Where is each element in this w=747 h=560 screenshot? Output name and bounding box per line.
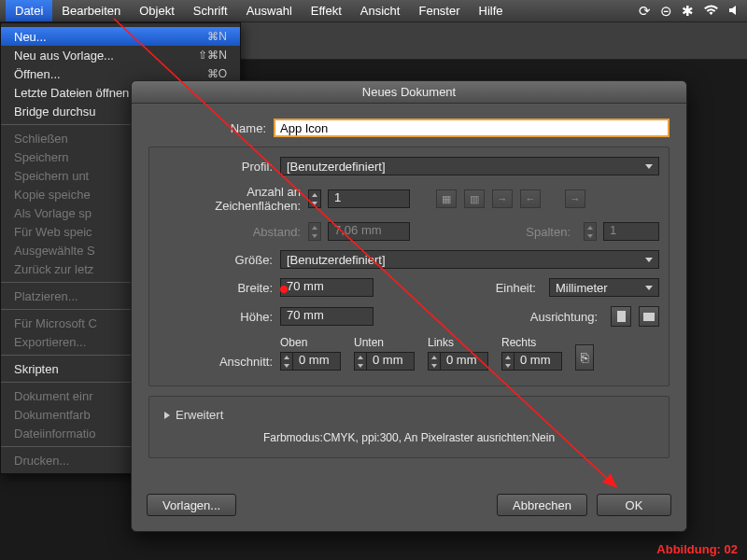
templates-button[interactable]: Vorlagen... xyxy=(147,494,236,516)
row-right-icon: → xyxy=(492,189,513,208)
bleed-left-input[interactable]: 0 mm xyxy=(440,352,488,371)
unit-dropdown[interactable]: Millimeter xyxy=(549,278,659,297)
menu-datei[interactable]: Datei xyxy=(6,0,52,21)
dialog-title: Neues Dokument xyxy=(132,81,686,104)
grid-layout-icon: ▥ xyxy=(464,189,485,208)
menu-item-neu-vorlage[interactable]: Neu aus Vorlage... ⇧⌘N xyxy=(1,46,240,64)
menu-bearbeiten[interactable]: Bearbeiten xyxy=(52,0,130,21)
bleed-top-spinner[interactable] xyxy=(280,352,293,371)
columns-spinner xyxy=(584,222,597,241)
profile-label: Profil: xyxy=(159,160,280,174)
bleed-right-header: Rechts xyxy=(501,336,562,349)
menu-item-shortcut: ⌘N xyxy=(207,30,227,43)
width-label: Breite: xyxy=(159,281,280,295)
link-bleed-icon[interactable]: ⎘ xyxy=(575,344,594,371)
menu-item-neu[interactable]: Neu... ⌘N xyxy=(1,27,240,46)
menubar: Datei Bearbeiten Objekt Schrift Auswahl … xyxy=(0,0,747,22)
menu-hilfe[interactable]: Hilfe xyxy=(470,0,513,21)
grid-layout-icon: ▦ xyxy=(436,189,457,208)
bleed-top-input[interactable]: 0 mm xyxy=(292,352,341,371)
artboards-input[interactable]: 1 xyxy=(328,189,410,208)
cancel-button[interactable]: Abbrechen xyxy=(497,494,587,516)
bluetooth-icon: ✱ xyxy=(682,4,694,18)
menu-objekt[interactable]: Objekt xyxy=(130,0,184,21)
bleed-left-spinner[interactable] xyxy=(428,352,441,371)
ok-button[interactable]: OK xyxy=(597,494,671,516)
unit-label: Einheit: xyxy=(496,281,542,295)
mode-summary: Farbmodus:CMYK, ppi:300, An Pixelraster … xyxy=(159,422,659,450)
advanced-disclosure[interactable]: Erweitert xyxy=(159,404,659,422)
bleed-label: Anschnitt: xyxy=(159,355,280,371)
volume-icon xyxy=(728,4,741,18)
new-document-dialog: Neues Dokument Name: Profil: [Benutzerde… xyxy=(131,80,687,532)
bleed-bottom-header: Unten xyxy=(354,336,415,349)
bleed-right-spinner[interactable] xyxy=(501,352,514,371)
caret-down-icon xyxy=(645,164,653,169)
profile-dropdown[interactable]: [Benutzerdefiniert] xyxy=(280,157,659,175)
height-label: Höhe: xyxy=(159,310,280,324)
menu-ansicht[interactable]: Ansicht xyxy=(351,0,410,21)
caret-down-icon xyxy=(645,258,653,262)
artboards-spinner[interactable] xyxy=(308,189,321,208)
bleed-right-input[interactable]: 0 mm xyxy=(514,352,562,371)
arrow-icon: → xyxy=(565,189,585,208)
columns-input: 1 xyxy=(603,222,659,241)
orientation-landscape[interactable] xyxy=(639,306,659,327)
row-left-icon: ← xyxy=(520,189,541,208)
columns-label: Spalten: xyxy=(526,225,576,239)
spacing-input: 7,06 mm xyxy=(328,222,410,241)
wifi-icon xyxy=(703,4,719,18)
size-dropdown[interactable]: [Benutzerdefiniert] xyxy=(280,250,659,269)
artboards-label: Anzahl an Zeichenflächen: xyxy=(159,185,308,213)
name-label: Name: xyxy=(148,121,274,135)
spacing-spinner xyxy=(308,222,321,241)
menu-item-label: Neu... xyxy=(14,30,207,44)
name-input[interactable] xyxy=(274,119,669,137)
orientation-portrait[interactable] xyxy=(611,306,631,327)
spacing-label: Abstand: xyxy=(159,225,308,239)
menu-fenster[interactable]: Fenster xyxy=(409,0,469,21)
bleed-bottom-spinner[interactable] xyxy=(354,352,367,371)
triangle-right-icon xyxy=(164,412,170,419)
width-input[interactable]: 70 mm xyxy=(280,278,374,297)
bleed-left-header: Links xyxy=(428,336,488,349)
size-label: Größe: xyxy=(159,253,280,267)
height-input[interactable]: 70 mm xyxy=(280,307,374,326)
menu-schrift[interactable]: Schrift xyxy=(184,0,237,21)
sync-icon: ⟳ xyxy=(639,4,651,18)
caret-down-icon xyxy=(645,286,653,290)
orientation-label: Ausrichtung: xyxy=(530,310,603,324)
menu-auswahl[interactable]: Auswahl xyxy=(237,0,302,21)
bleed-top-header: Oben xyxy=(280,336,341,349)
bleed-bottom-input[interactable]: 0 mm xyxy=(366,352,415,371)
status-icons: ⟳ ⊝ ✱ xyxy=(639,4,741,18)
figure-caption: Abbildung: 02 xyxy=(656,542,738,556)
menu-effekt[interactable]: Effekt xyxy=(302,0,351,21)
info-icon: ⊝ xyxy=(660,4,672,18)
